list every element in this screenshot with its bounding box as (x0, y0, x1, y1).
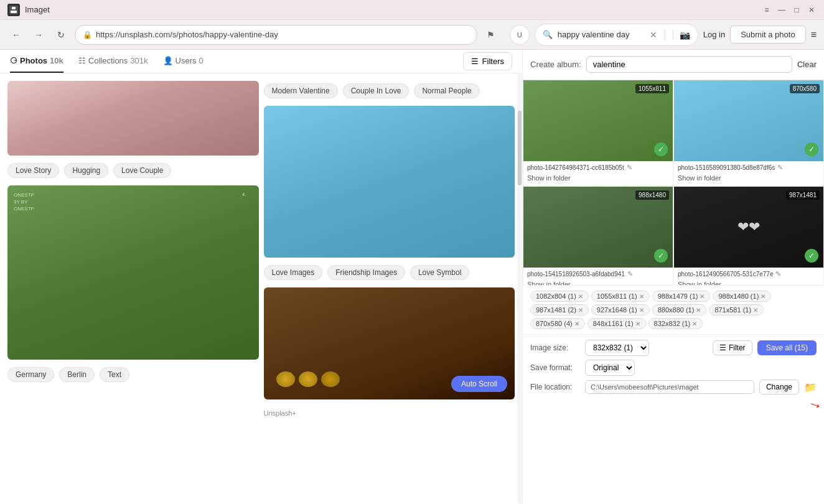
album-item-3: 988x1480 ✓ photo-1541518926503-a6fdabd94… (523, 186, 673, 285)
search-input[interactable] (558, 30, 645, 39)
edit-icon-3[interactable]: ✎ (627, 270, 633, 278)
remove-size-1[interactable]: ✕ (639, 293, 644, 300)
url-text: https://unsplash.com/s/photos/happy-vale… (96, 30, 278, 39)
photo-card-hands-pink[interactable] (7, 81, 259, 156)
save-all-button[interactable]: Save all (15) (757, 340, 817, 355)
size-tag-9[interactable]: 848x1161 (1) ✕ (588, 318, 646, 329)
edit-icon-4[interactable]: ✎ (775, 270, 781, 278)
show-folder-3[interactable]: Show in folder (523, 279, 673, 285)
filter-button[interactable]: ☰ Filter (713, 340, 752, 355)
save-format-label: Save format: (530, 363, 580, 372)
svg-rect-1 (12, 7, 16, 9)
show-folder-4[interactable]: Show in folder (674, 279, 823, 285)
clear-album-button[interactable]: Clear (797, 60, 817, 69)
file-location-input[interactable] (585, 380, 754, 394)
tab-users[interactable]: 👤 Users 0 (163, 50, 204, 73)
back-button[interactable]: ← (7, 26, 25, 44)
size-tag-0[interactable]: 1082x804 (1) ✕ (530, 291, 589, 302)
bookmark-icon[interactable]: ⚑ (482, 26, 500, 44)
filename-3: photo-1541518926503-a6fdabd941 ✎ (523, 268, 673, 279)
check-4: ✓ (805, 249, 818, 263)
filters-button[interactable]: ☰ Filters (463, 52, 512, 70)
tag-love-story[interactable]: Love Story (7, 163, 59, 178)
size-tag-1[interactable]: 1055x811 (1) ✕ (591, 291, 650, 302)
browserbar: ← → ↻ 🔒 https://unsplash.com/s/photos/ha… (0, 20, 824, 50)
login-button[interactable]: Log in (703, 30, 725, 39)
filename-4: photo-1612490566705-531c7e77e ✎ (674, 268, 823, 279)
clear-search-button[interactable]: ✕ (650, 30, 657, 40)
remove-size-0[interactable]: ✕ (578, 293, 583, 300)
tag-row-4: Germany Berlin Text (7, 365, 259, 385)
show-folder-2[interactable]: Show in folder (674, 173, 823, 185)
remove-size-6[interactable]: ✕ (696, 307, 701, 314)
tag-hugging[interactable]: Hugging (64, 163, 108, 178)
svg-rect-2 (11, 11, 17, 13)
titlebar: Imaget ≡ — □ ✕ (0, 0, 824, 20)
unsplash-search-bar[interactable]: 🔍 ✕ 📷 (535, 24, 698, 46)
titlebar-left: Imaget (7, 4, 50, 16)
file-location-label: File location: (530, 383, 580, 391)
camera-search-button[interactable]: 📷 (673, 30, 690, 40)
tag-row-2: Modern Valentine Couple In Love Normal P… (264, 81, 515, 101)
tag-germany[interactable]: Germany (7, 367, 54, 382)
menu-icon[interactable]: ≡ (762, 5, 772, 15)
scroll-thumb[interactable] (518, 111, 522, 185)
edit-icon-1[interactable]: ✎ (627, 164, 632, 172)
tab-collections[interactable]: ☷ Collections 301k (78, 50, 148, 73)
tag-modern-valentine[interactable]: Modern Valentine (264, 83, 338, 98)
photo-card-hands-sea[interactable] (264, 106, 515, 258)
tag-berlin[interactable]: Berlin (59, 367, 95, 382)
size-tag-10[interactable]: 832x832 (1) ✕ (648, 318, 703, 329)
remove-size-2[interactable]: ✕ (700, 293, 705, 300)
size-tag-4[interactable]: 987x1481 (2) ✕ (530, 304, 589, 315)
tag-normal-people[interactable]: Normal People (414, 83, 479, 98)
image-size-label: Image size: (530, 343, 580, 352)
remove-size-8[interactable]: ✕ (574, 320, 579, 327)
size-tag-6[interactable]: 880x880 (1) ✕ (652, 304, 707, 315)
open-folder-icon[interactable]: 📁 (804, 381, 817, 393)
photo-card-chocolates[interactable]: Auto Scroll (264, 287, 515, 399)
size-tag-2[interactable]: 988x1479 (1) ✕ (652, 291, 711, 302)
app-title: Imaget (25, 5, 50, 14)
app-logo (7, 4, 20, 16)
tag-couple-in-love[interactable]: Couple In Love (343, 83, 410, 98)
tag-text[interactable]: Text (100, 367, 129, 382)
forward-button[interactable]: → (30, 26, 47, 44)
main-content: ⚆ Photos 10k ☷ Collections 301k 👤 Users … (0, 50, 824, 504)
photo-card-berlin[interactable]: ONESTP3Y BYONESTP 4. (7, 185, 259, 360)
tag-love-images[interactable]: Love Images (264, 265, 323, 280)
tag-love-couple[interactable]: Love Couple (113, 163, 171, 178)
tag-row-3: Love Images Friendship Images Love Symbo… (264, 263, 515, 282)
edit-icon-2[interactable]: ✎ (777, 164, 783, 172)
album-name-input[interactable] (586, 56, 792, 73)
remove-size-9[interactable]: ✕ (635, 320, 640, 327)
hamburger-menu[interactable]: ≡ (811, 29, 817, 40)
album-item-4: ❤❤ 987x1481 ✓ photo-1612490566705-531c7e… (673, 186, 824, 285)
check-1: ✓ (654, 142, 668, 156)
refresh-button[interactable]: ↻ (52, 26, 70, 44)
filename-1: photo-1642764984371-cc6185b05t ✎ (523, 161, 673, 173)
close-icon[interactable]: ✕ (807, 5, 817, 15)
submit-photo-button[interactable]: Submit a photo (730, 26, 805, 44)
tab-photos[interactable]: ⚆ Photos 10k (10, 50, 63, 73)
dim-badge-4: 987x1481 (786, 190, 820, 200)
size-tag-5[interactable]: 927x1648 (1) ✕ (591, 304, 650, 315)
tag-love-symbol[interactable]: Love Symbol (410, 265, 469, 280)
save-format-select[interactable]: Original (585, 360, 635, 376)
size-tag-8[interactable]: 870x580 (4) ✕ (530, 318, 585, 329)
remove-size-3[interactable]: ✕ (761, 293, 765, 300)
tag-friendship-images[interactable]: Friendship Images (327, 265, 405, 280)
remove-size-5[interactable]: ✕ (639, 307, 644, 314)
image-size-select[interactable]: 832x832 (1) (585, 340, 649, 356)
address-bar[interactable]: 🔒 https://unsplash.com/s/photos/happy-va… (75, 25, 477, 45)
auto-scroll-button[interactable]: Auto Scroll (451, 376, 507, 392)
size-tag-3[interactable]: 988x1480 (1) ✕ (713, 291, 771, 302)
change-button[interactable]: Change (759, 380, 799, 394)
remove-size-10[interactable]: ✕ (692, 320, 697, 327)
size-tag-7[interactable]: 871x581 (1) ✕ (709, 304, 764, 315)
maximize-icon[interactable]: □ (792, 5, 802, 15)
remove-size-7[interactable]: ✕ (753, 307, 758, 314)
minimize-icon[interactable]: — (777, 5, 787, 15)
show-folder-1[interactable]: Show in folder (523, 173, 673, 185)
remove-size-4[interactable]: ✕ (578, 307, 583, 314)
